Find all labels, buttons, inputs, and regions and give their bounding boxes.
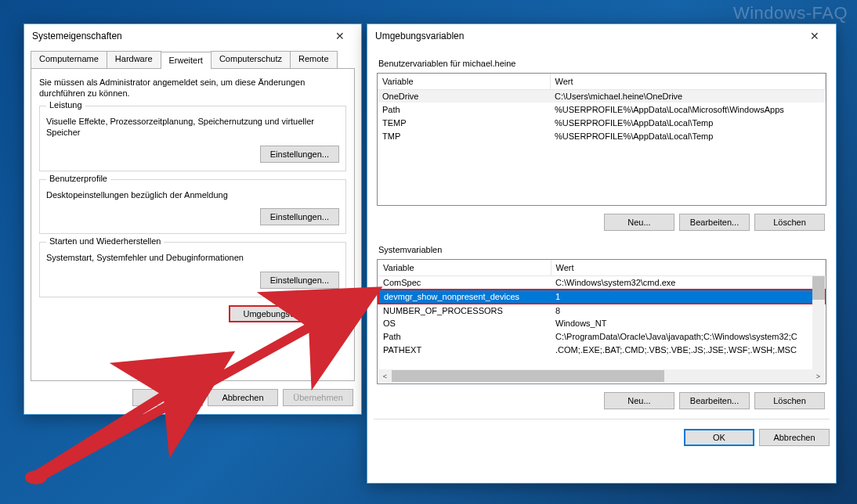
env-title: Umgebungsvariablen [375,31,798,41]
var-value: 8 [551,304,825,317]
env-ok-button[interactable]: OK [684,429,754,446]
admin-required-note: Sie müssen als Administrator angemeldet … [39,77,346,99]
sysprops-titlebar: Systemeigenschaften ✕ [24,24,361,48]
table-row[interactable]: OSWindows_NT [378,317,825,330]
system-vars-label: Systemvariablen [378,245,826,254]
user-profiles-settings-button[interactable]: Einstellungen... [260,208,339,225]
system-edit-button[interactable]: Bearbeiten... [679,392,750,409]
var-name: TMP [378,129,550,142]
startup-desc: Systemstart, Systemfehler und Debuginfor… [46,252,339,263]
env-content: Benutzervariablen für michael.heine Vari… [367,48,836,455]
var-name: NUMBER_OF_PROCESSORS [378,304,551,317]
sysprops-title: Systemeigenschaften [32,31,324,41]
user-delete-button[interactable]: Löschen [754,214,825,231]
var-name: OneDrive [378,89,550,103]
tab-erweitert[interactable]: Erweitert [161,52,212,69]
var-name: Path [378,103,550,116]
var-name: Path [378,330,551,344]
system-new-button[interactable]: Neu... [604,392,674,409]
close-icon[interactable]: ✕ [324,27,356,45]
svg-point-2 [25,470,47,484]
system-delete-button[interactable]: Löschen [754,392,825,409]
table-row[interactable]: Path%USERPROFILE%\AppData\Local\Microsof… [378,103,826,116]
sysprops-tabstrip: Computername Hardware Erweitert Computer… [24,48,361,68]
var-value: .COM;.EXE;.BAT;.CMD;.VBS;.VBE;.JS;.JSE;.… [551,344,825,357]
var-value: %USERPROFILE%\AppData\Local\Temp [550,129,826,142]
environment-variables-window: Umgebungsvariablen ✕ Benutzervariablen f… [367,23,837,484]
system-properties-window: Systemeigenschaften ✕ Computername Hardw… [24,23,362,415]
sysprops-dialog-buttons: OK Abbrechen Übernehmen [24,381,361,414]
sysprops-tab-body: Sie müssen als Administrator angemeldet … [31,68,355,381]
performance-settings-button[interactable]: Einstellungen... [260,146,339,163]
scroll-left-icon[interactable]: < [378,373,392,380]
vertical-scrollbar[interactable] [812,276,825,369]
tab-hardware[interactable]: Hardware [107,51,161,68]
user-new-button[interactable]: Neu... [604,214,674,231]
sysprops-ok-button[interactable]: OK [132,389,203,406]
performance-desc: Visuelle Effekte, Prozessorzeitplanung, … [46,116,339,139]
table-row[interactable]: TEMP%USERPROFILE%\AppData\Local\Temp [378,116,826,129]
scroll-right-icon[interactable]: > [812,373,825,380]
col-variable[interactable]: Variable [378,260,551,275]
startup-legend: Starten und Wiederherstellen [46,236,164,246]
var-name: TEMP [378,116,550,129]
performance-legend: Leistung [46,100,85,110]
user-profiles-legend: Benutzerprofile [46,174,110,183]
startup-settings-button[interactable]: Einstellungen... [260,272,339,289]
col-value[interactable]: Wert [551,260,825,275]
tab-remote[interactable]: Remote [290,51,338,68]
table-row[interactable]: PATHEXT.COM;.EXE;.BAT;.CMD;.VBS;.VBE;.JS… [378,344,825,357]
table-row[interactable]: TMP%USERPROFILE%\AppData\Local\Temp [378,129,826,142]
var-value: Windows_NT [551,317,825,330]
var-value: %USERPROFILE%\AppData\Local\Temp [550,116,826,129]
table-row[interactable]: NUMBER_OF_PROCESSORS8 [378,304,825,317]
table-row[interactable]: OneDriveC:\Users\michael.heine\OneDrive [378,89,826,103]
user-profiles-group: Benutzerprofile Desktopeinstellungen bez… [39,179,346,234]
system-vars-table[interactable]: Variable Wert ComSpecC:\Windows\system32… [377,259,826,384]
env-cancel-button[interactable]: Abbrechen [759,429,830,446]
close-icon[interactable]: ✕ [798,27,831,45]
table-row[interactable]: devmgr_show_nonpresent_devices1 [378,290,825,304]
environment-variables-button[interactable]: Umgebungsvariablen... [229,305,346,322]
user-edit-button[interactable]: Bearbeiten... [679,214,750,231]
var-value: C:\Users\michael.heine\OneDrive [550,89,826,103]
horizontal-scrollbar[interactable]: < > [378,369,825,383]
env-titlebar: Umgebungsvariablen ✕ [367,24,836,48]
user-vars-table[interactable]: Variable Wert OneDriveC:\Users\michael.h… [377,73,826,206]
user-profiles-desc: Desktopeinstellungen bezüglich der Anmel… [46,189,339,200]
table-row[interactable]: ComSpecC:\Windows\system32\cmd.exe [378,275,825,290]
var-value: %USERPROFILE%\AppData\Local\Microsoft\Wi… [550,103,826,116]
var-value: 1 [551,290,825,304]
tab-computerschutz[interactable]: Computerschutz [211,51,291,68]
sysprops-apply-button[interactable]: Übernehmen [283,389,353,406]
var-value: C:\Windows\system32\cmd.exe [551,275,825,290]
var-name: PATHEXT [378,344,551,357]
var-name: OS [378,317,551,330]
performance-group: Leistung Visuelle Effekte, Prozessorzeit… [39,106,346,172]
table-row[interactable]: PathC:\ProgramData\Oracle\Java\javapath;… [378,330,825,344]
var-name: ComSpec [378,275,551,290]
sysprops-cancel-button[interactable]: Abbrechen [208,389,278,406]
user-vars-label: Benutzervariablen für michael.heine [378,59,826,68]
watermark-text: Windows-FAQ [733,3,848,23]
var-name: devmgr_show_nonpresent_devices [378,290,551,304]
tab-computername[interactable]: Computername [31,51,107,68]
startup-recovery-group: Starten und Wiederherstellen Systemstart… [39,242,346,297]
var-value: C:\ProgramData\Oracle\Java\javapath;C:\W… [551,330,825,344]
col-value[interactable]: Wert [550,74,826,89]
col-variable[interactable]: Variable [378,74,550,89]
